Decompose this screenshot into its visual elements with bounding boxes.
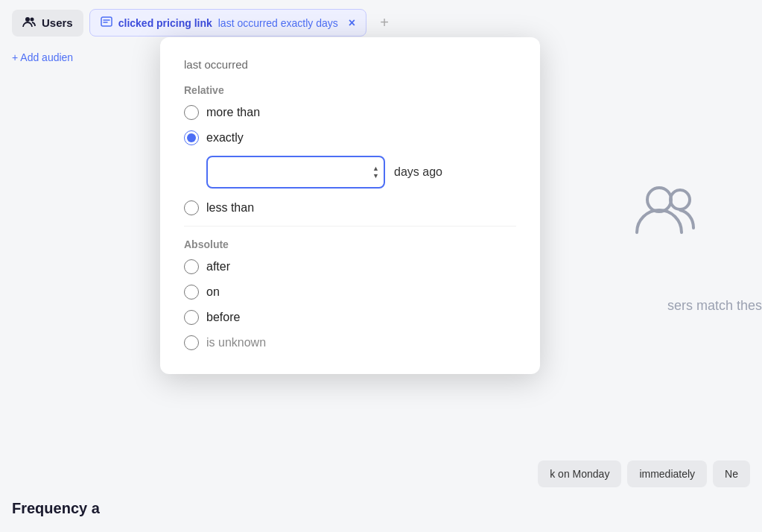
svg-point-1 <box>31 17 34 21</box>
radio-before[interactable]: before <box>184 310 516 325</box>
tab-close-button[interactable]: × <box>349 16 355 30</box>
radio-more-than[interactable]: more than <box>184 105 516 120</box>
svg-rect-2 <box>101 17 112 26</box>
tab-add-button[interactable]: + <box>372 11 396 35</box>
users-tab-icon <box>22 16 36 31</box>
days-stepper[interactable]: ▲ ▼ <box>372 165 379 180</box>
radio-after[interactable]: after <box>184 259 516 274</box>
relative-group-label: Relative <box>184 84 516 96</box>
radio-after-label: after <box>206 260 230 273</box>
popup-section-title: last occurred <box>184 58 516 71</box>
radio-exactly-label: exactly <box>206 131 244 145</box>
radio-on-label: on <box>206 285 220 299</box>
stepper-down-icon[interactable]: ▼ <box>372 173 379 180</box>
filter-tab-bold-text: clicked pricing link <box>118 17 212 29</box>
days-ago-row: ▲ ▼ days ago <box>206 156 516 189</box>
radio-less-than-input[interactable] <box>184 200 199 215</box>
days-input-wrapper: ▲ ▼ <box>206 156 385 189</box>
immediately-button[interactable]: immediately <box>627 460 707 487</box>
tab-users[interactable]: Users <box>12 10 83 37</box>
radio-after-input[interactable] <box>184 259 199 274</box>
svg-point-3 <box>647 188 671 212</box>
absolute-group-label: Absolute <box>184 238 516 250</box>
popup-overlay: last occurred Relative more than exactly… <box>160 37 540 374</box>
svg-point-0 <box>25 17 30 22</box>
radio-less-than-label: less than <box>206 201 254 215</box>
days-input[interactable] <box>206 156 385 189</box>
stepper-up-icon[interactable]: ▲ <box>372 165 379 172</box>
days-ago-label: days ago <box>394 165 442 179</box>
radio-before-input[interactable] <box>184 310 199 325</box>
add-audience-label: + Add audien <box>12 51 73 63</box>
radio-less-than[interactable]: less than <box>184 200 516 215</box>
radio-on[interactable]: on <box>184 285 516 300</box>
radio-is-unknown[interactable]: is unknown <box>184 335 516 350</box>
radio-exactly[interactable]: exactly <box>184 130 516 145</box>
frequency-title: Frequency a <box>12 500 100 516</box>
tab-users-label: Users <box>42 16 73 29</box>
tab-filter[interactable]: clicked pricing link last occurred exact… <box>89 9 366 37</box>
users-match-label: sers match thes <box>667 298 762 313</box>
monday-button[interactable]: k on Monday <box>538 460 621 487</box>
users-illustration <box>635 179 702 241</box>
radio-is-unknown-label: is unknown <box>206 336 266 349</box>
radio-on-input[interactable] <box>184 285 199 300</box>
radio-more-than-label: more than <box>206 106 260 119</box>
bottom-buttons: k on Monday immediately Ne <box>538 460 762 487</box>
popup-divider <box>184 226 516 227</box>
radio-is-unknown-input[interactable] <box>184 335 199 350</box>
radio-more-than-input[interactable] <box>184 105 199 120</box>
next-button[interactable]: Ne <box>713 460 750 487</box>
absolute-section: Absolute after on before is unknown <box>184 238 516 350</box>
radio-before-label: before <box>206 311 240 324</box>
filter-tab-normal-text: last occurred exactly days <box>218 17 338 29</box>
svg-point-4 <box>670 190 690 209</box>
frequency-area: Frequency a <box>0 485 762 532</box>
radio-exactly-input[interactable] <box>184 130 199 145</box>
filter-tab-icon <box>101 16 112 30</box>
users-match-text: sers match thes <box>667 298 762 314</box>
